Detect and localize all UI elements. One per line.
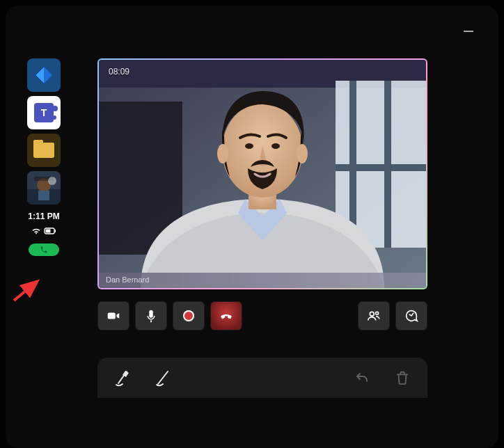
undo-icon bbox=[354, 369, 370, 386]
svg-rect-9 bbox=[55, 230, 56, 232]
svg-point-7 bbox=[48, 177, 56, 185]
folder-icon bbox=[33, 143, 54, 158]
hangup-button[interactable] bbox=[210, 301, 242, 330]
status-icons bbox=[31, 227, 56, 235]
svg-rect-18 bbox=[336, 164, 426, 171]
pen-highlighter-button[interactable] bbox=[110, 365, 135, 390]
video-feed[interactable]: 08:09 Dan Bernard bbox=[99, 60, 426, 288]
video-panel: 08:09 Dan Bernard bbox=[97, 58, 427, 289]
app-frame: T 1:11 PM bbox=[6, 6, 498, 448]
svg-point-25 bbox=[271, 143, 280, 149]
hangup-icon bbox=[218, 307, 235, 324]
call-timer: 08:09 bbox=[109, 67, 129, 77]
call-controls bbox=[97, 301, 427, 330]
pen-thin-icon bbox=[152, 367, 173, 388]
camera-icon bbox=[106, 308, 121, 323]
svg-point-22 bbox=[217, 144, 228, 163]
pen-highlighter-icon bbox=[112, 367, 133, 388]
chat-icon bbox=[404, 308, 419, 323]
sidebar-user-avatar[interactable] bbox=[27, 171, 61, 205]
teams-icon-letter: T bbox=[41, 107, 47, 118]
call-indicator[interactable] bbox=[29, 243, 59, 256]
record-button[interactable] bbox=[173, 301, 205, 330]
teams-icon: T bbox=[34, 103, 54, 122]
participant-name: Dan Bernard bbox=[99, 273, 426, 288]
svg-point-28 bbox=[370, 312, 374, 316]
trash-icon bbox=[395, 370, 410, 385]
svg-rect-26 bbox=[108, 312, 116, 319]
avatar-icon bbox=[27, 171, 61, 205]
mic-button[interactable] bbox=[135, 301, 167, 330]
sidebar-app-files[interactable] bbox=[27, 134, 61, 167]
svg-rect-27 bbox=[149, 310, 153, 318]
participant-video bbox=[99, 60, 426, 288]
pen-tray bbox=[97, 358, 427, 398]
wifi-icon bbox=[31, 227, 41, 235]
pen-thin-button[interactable] bbox=[150, 365, 175, 390]
annotation-arrow bbox=[10, 277, 52, 305]
people-icon bbox=[366, 308, 381, 323]
battery-icon bbox=[44, 227, 56, 235]
svg-point-29 bbox=[376, 312, 379, 314]
svg-point-24 bbox=[245, 143, 253, 149]
svg-rect-5 bbox=[38, 191, 49, 200]
chat-button[interactable] bbox=[395, 301, 427, 330]
svg-line-12 bbox=[14, 281, 38, 301]
sidebar-app-teams[interactable]: T bbox=[27, 96, 61, 129]
minimize-button[interactable] bbox=[464, 31, 473, 32]
svg-rect-10 bbox=[46, 230, 51, 233]
sidebar-app-dynamics[interactable] bbox=[27, 58, 61, 92]
delete-button[interactable] bbox=[390, 365, 415, 390]
svg-point-23 bbox=[297, 144, 308, 163]
clock: 1:11 PM bbox=[28, 211, 59, 221]
sidebar: T 1:11 PM bbox=[26, 58, 61, 256]
undo-button[interactable] bbox=[349, 365, 375, 390]
phone-icon bbox=[40, 246, 48, 254]
people-button[interactable] bbox=[358, 301, 390, 330]
mic-icon bbox=[143, 308, 159, 323]
camera-button[interactable] bbox=[97, 301, 129, 330]
svg-marker-1 bbox=[44, 67, 52, 83]
diamond-icon bbox=[33, 65, 54, 86]
